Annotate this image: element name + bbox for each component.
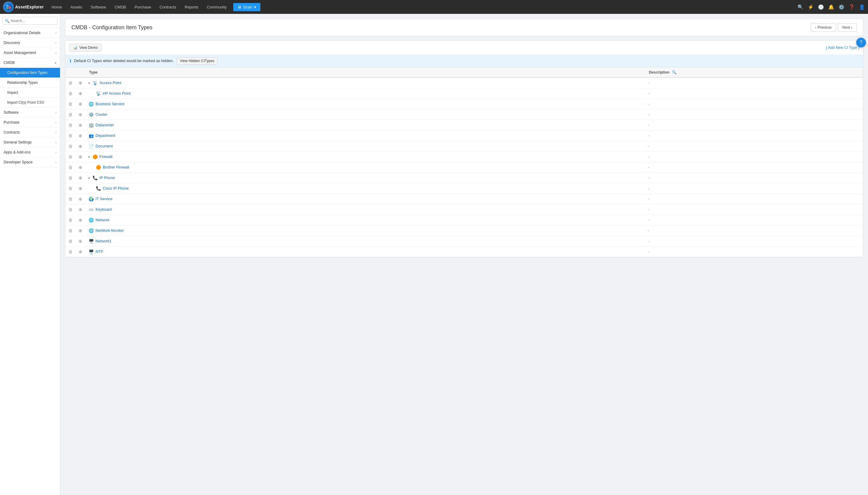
nav-software[interactable]: Software — [87, 3, 110, 11]
type-name[interactable]: Firewall — [100, 155, 112, 159]
type-name[interactable]: Department — [96, 134, 115, 138]
sidebar-item-impact[interactable]: Impact — [0, 88, 60, 98]
sidebar-item-apps-addons[interactable]: Apps & Add-ons › — [0, 148, 60, 157]
description-cell: - — [645, 183, 863, 194]
sidebar-item-asset-mgmt[interactable]: Asset Management › — [0, 48, 60, 58]
gear-icon[interactable]: ⚙️ — [838, 4, 845, 10]
scan-button[interactable]: 🖥 Scan ▾ — [233, 3, 260, 11]
add-new-ci-type-link[interactable]: [ Add New CI Type ] — [826, 46, 859, 50]
collapse-arrow[interactable]: ▾ — [88, 81, 90, 85]
collapse-arrow[interactable]: ▾ — [88, 155, 90, 158]
delete-icon[interactable]: 🗑 — [68, 239, 73, 243]
app-logo[interactable]: AssetExplorer — [3, 1, 44, 12]
sidebar-item-purchase[interactable]: Purchase › — [0, 118, 60, 127]
delete-icon[interactable]: 🗑 — [68, 207, 73, 212]
sidebar-item-import-ci[interactable]: Import CI(s) From CSV — [0, 98, 60, 108]
hierarchy-icon[interactable]: ⊕ — [79, 228, 82, 233]
search-icon[interactable]: 🔍 — [797, 4, 803, 10]
delete-icon[interactable]: 🗑 — [68, 112, 73, 117]
delete-icon[interactable]: 🗑 — [68, 154, 73, 159]
desc-search-icon[interactable]: 🔍 — [672, 70, 677, 74]
hierarchy-icon[interactable]: ⊕ — [79, 186, 82, 191]
hierarchy-icon[interactable]: ⊕ — [79, 133, 82, 138]
view-hidden-ci-types-button[interactable]: View Hidden CITypes — [177, 57, 218, 65]
view-demo-button[interactable]: 📊 View Demo — [69, 44, 102, 52]
table-row: 🗑⊕ 📄 Document - — [65, 141, 863, 152]
hierarchy-icon[interactable]: ⊕ — [79, 197, 82, 201]
type-name[interactable]: Business Service — [96, 102, 124, 106]
collapse-arrow[interactable]: ▾ — [88, 176, 90, 180]
hierarchy-icon[interactable]: ⊕ — [79, 154, 82, 159]
nav-community[interactable]: Community — [203, 3, 230, 11]
type-name[interactable]: IP Phone — [100, 176, 115, 180]
sidebar-item-discovery[interactable]: Discovery › — [0, 38, 60, 48]
type-name[interactable]: Access Point — [100, 81, 121, 85]
delete-icon[interactable]: 🗑 — [68, 81, 73, 85]
sidebar-item-contracts[interactable]: Contracts › — [0, 127, 60, 137]
sidebar-item-cmdb[interactable]: CMDB ▾ — [0, 58, 60, 68]
type-name[interactable]: Document — [96, 144, 113, 148]
page-navigation: ‹ Previous Next › — [811, 23, 857, 32]
delete-icon[interactable]: 🗑 — [68, 218, 73, 222]
sidebar-item-config-item-types[interactable]: Configuration Item Types — [0, 68, 60, 78]
type-name[interactable]: Cluster — [96, 113, 108, 117]
hierarchy-icon[interactable]: ⊕ — [79, 123, 82, 127]
bell-icon[interactable]: 🔔 — [828, 4, 834, 10]
delete-icon[interactable]: 🗑 — [68, 133, 73, 138]
type-name[interactable]: IT Service — [96, 197, 112, 201]
description-cell: - — [645, 225, 863, 236]
description-cell: - — [645, 173, 863, 183]
hierarchy-icon[interactable]: ⊕ — [79, 112, 82, 117]
hierarchy-icon[interactable]: ⊕ — [79, 81, 82, 85]
hierarchy-icon[interactable]: ⊕ — [79, 239, 82, 243]
type-name[interactable]: HP Access Point — [103, 91, 131, 96]
delete-icon[interactable]: 🗑 — [68, 91, 73, 96]
sidebar-item-general-settings[interactable]: General Settings › — [0, 137, 60, 148]
type-name[interactable]: Cisco IP Phone — [103, 186, 129, 190]
next-button[interactable]: Next › — [838, 23, 857, 32]
hierarchy-icon[interactable]: ⊕ — [79, 249, 82, 254]
delete-icon[interactable]: 🗑 — [68, 228, 73, 233]
nav-reports[interactable]: Reports — [181, 3, 202, 11]
nav-assets[interactable]: Assets — [67, 3, 86, 11]
history-icon[interactable]: 🕒 — [818, 4, 824, 10]
hierarchy-icon[interactable]: ⊕ — [79, 175, 82, 180]
lightning-icon[interactable]: ⚡ — [808, 4, 814, 10]
nav-cmdb[interactable]: CMDB — [111, 3, 129, 11]
type-name[interactable]: Keyboard — [96, 207, 112, 211]
type-name[interactable]: Network1 — [96, 239, 111, 243]
chevron-down-icon: ▾ — [55, 61, 56, 65]
nav-contracts[interactable]: Contracts — [156, 3, 180, 11]
help-bubble[interactable]: ? — [856, 38, 866, 47]
user-icon[interactable]: 👤 — [859, 4, 865, 10]
hierarchy-icon[interactable]: ⊕ — [79, 165, 82, 170]
previous-button[interactable]: ‹ Previous — [811, 23, 836, 32]
nav-home[interactable]: Home — [48, 3, 66, 11]
hierarchy-icon[interactable]: ⊕ — [79, 91, 82, 96]
hierarchy-icon[interactable]: ⊕ — [79, 218, 82, 222]
type-name[interactable]: Brother Firewall — [103, 165, 129, 169]
delete-icon[interactable]: 🗑 — [68, 186, 73, 191]
nav-purchase[interactable]: Purchase — [131, 3, 155, 11]
sidebar-item-developer-space[interactable]: Developer Space › — [0, 157, 60, 167]
delete-icon[interactable]: 🗑 — [68, 102, 73, 106]
type-name[interactable]: NTP — [96, 250, 103, 254]
navbar: AssetExplorer Home Assets Software CMDB … — [0, 0, 868, 14]
delete-icon[interactable]: 🗑 — [68, 197, 73, 201]
delete-icon[interactable]: 🗑 — [68, 165, 73, 170]
delete-icon[interactable]: 🗑 — [68, 175, 73, 180]
hierarchy-icon[interactable]: ⊕ — [79, 144, 82, 149]
search-input[interactable] — [2, 17, 57, 25]
type-name[interactable]: NetWork Monitor — [96, 228, 124, 233]
sidebar-item-relationship-types[interactable]: Relationship Types — [0, 78, 60, 88]
type-name[interactable]: Network — [96, 218, 109, 222]
sidebar-item-software[interactable]: Software › — [0, 108, 60, 118]
delete-icon[interactable]: 🗑 — [68, 249, 73, 254]
delete-icon[interactable]: 🗑 — [68, 123, 73, 127]
help-icon[interactable]: ❓ — [849, 4, 855, 10]
sidebar-item-org-details[interactable]: Organizational Details › — [0, 28, 60, 38]
hierarchy-icon[interactable]: ⊕ — [79, 207, 82, 212]
delete-icon[interactable]: 🗑 — [68, 144, 73, 149]
type-name[interactable]: Datacenter — [96, 123, 114, 127]
hierarchy-icon[interactable]: ⊕ — [79, 102, 82, 106]
